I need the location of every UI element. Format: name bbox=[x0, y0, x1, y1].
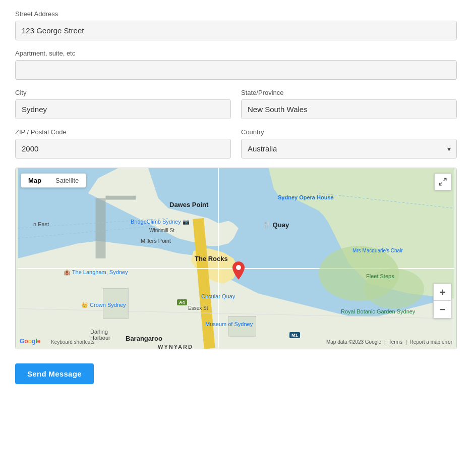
city-input[interactable] bbox=[15, 99, 231, 119]
road-badge-m1: M1 bbox=[289, 332, 300, 338]
map-tab-satellite[interactable]: Satellite bbox=[48, 174, 86, 187]
map-label-quay: 🍴 Quay bbox=[263, 221, 289, 229]
street-address-label: Street Address bbox=[15, 10, 457, 18]
map-label-wynyard: WYNYARD bbox=[158, 344, 193, 349]
zip-group: ZIP / Postal Code bbox=[15, 128, 231, 158]
country-label: Country bbox=[241, 128, 457, 136]
map-label-dawes-point: Dawes Point bbox=[169, 201, 208, 208]
map-label-millers-point: Millers Point bbox=[141, 238, 171, 244]
map-label-fleet-steps: Fleet Steps bbox=[366, 273, 394, 279]
state-label: State/Province bbox=[241, 89, 457, 96]
map-label-n-east: n East bbox=[33, 221, 49, 227]
apartment-group: Apartment, suite, etc bbox=[15, 49, 457, 80]
fullscreen-button[interactable] bbox=[434, 173, 451, 190]
map-label-langham: 🏨 The Langham, Sydney bbox=[64, 269, 128, 276]
city-group: City bbox=[15, 89, 231, 119]
map-data-label: Map data ©2023 Google bbox=[326, 339, 381, 345]
map-label-circular-quay: Circular Quay bbox=[201, 293, 235, 299]
map-marker bbox=[232, 261, 245, 282]
country-select[interactable]: Australia United States United Kingdom N… bbox=[241, 139, 457, 158]
keyboard-shortcuts-label: Keyboard shortcuts bbox=[51, 339, 94, 345]
city-state-row: City State/Province bbox=[15, 89, 457, 119]
map-label-mrs-macquarie: Mrs Macquarie's Chair bbox=[352, 248, 403, 253]
country-select-wrapper: Australia United States United Kingdom N… bbox=[241, 139, 457, 158]
apartment-input[interactable] bbox=[15, 60, 457, 80]
svg-point-20 bbox=[236, 265, 241, 270]
street-address-input[interactable] bbox=[15, 21, 457, 40]
city-label: City bbox=[15, 89, 231, 96]
zip-input[interactable] bbox=[15, 139, 231, 158]
state-input[interactable] bbox=[241, 99, 457, 119]
map-label-botanic-garden: Royal Botanic Garden Sydney bbox=[341, 308, 415, 314]
map-label-the-rocks: The Rocks bbox=[195, 255, 228, 262]
zip-label: ZIP / Postal Code bbox=[15, 128, 231, 136]
map-zoom-controls: + − bbox=[433, 283, 451, 319]
google-logo: Google bbox=[20, 338, 40, 345]
report-link[interactable]: Report a map error bbox=[410, 339, 452, 345]
map-label-opera-house: Sydney Opera House bbox=[278, 194, 334, 200]
state-group: State/Province bbox=[241, 89, 457, 119]
map-tab-map[interactable]: Map bbox=[21, 174, 48, 187]
map-label-crown-sydney: 👑 Crown Sydney bbox=[81, 302, 126, 308]
map-label-barangaroo: Barangaroo bbox=[126, 335, 162, 342]
road-badge-a4: A4 bbox=[177, 299, 187, 305]
street-address-group: Street Address bbox=[15, 10, 457, 40]
country-group: Country Australia United States United K… bbox=[241, 128, 457, 158]
map-container: Map Satellite Dawes Point Sydney Opera H… bbox=[15, 168, 457, 349]
apartment-label: Apartment, suite, etc bbox=[15, 49, 457, 57]
map-label-essex-st: Essex St bbox=[188, 305, 208, 311]
svg-rect-10 bbox=[105, 196, 136, 200]
map-label-bridgeclimb: BridgeClimb Sydney 📷 bbox=[131, 219, 190, 225]
location-pin-icon bbox=[232, 261, 245, 280]
zoom-out-button[interactable]: − bbox=[434, 301, 451, 318]
map-tabs: Map Satellite bbox=[21, 173, 86, 188]
svg-rect-9 bbox=[96, 198, 106, 258]
zoom-in-button[interactable]: + bbox=[434, 284, 451, 301]
map-label-windmill-st: Windmill St bbox=[149, 228, 174, 233]
zip-country-row: ZIP / Postal Code Country Australia Unit… bbox=[15, 128, 457, 158]
map-label-museum-sydney: Museum of Sydney bbox=[205, 321, 253, 327]
terms-link[interactable]: Terms bbox=[389, 339, 402, 345]
map-footer: Map data ©2023 Google | Terms | Report a… bbox=[326, 339, 452, 345]
svg-line-19 bbox=[439, 183, 442, 185]
svg-line-18 bbox=[444, 178, 446, 181]
send-message-button[interactable]: Send Message bbox=[15, 363, 94, 384]
fullscreen-icon bbox=[438, 177, 447, 186]
